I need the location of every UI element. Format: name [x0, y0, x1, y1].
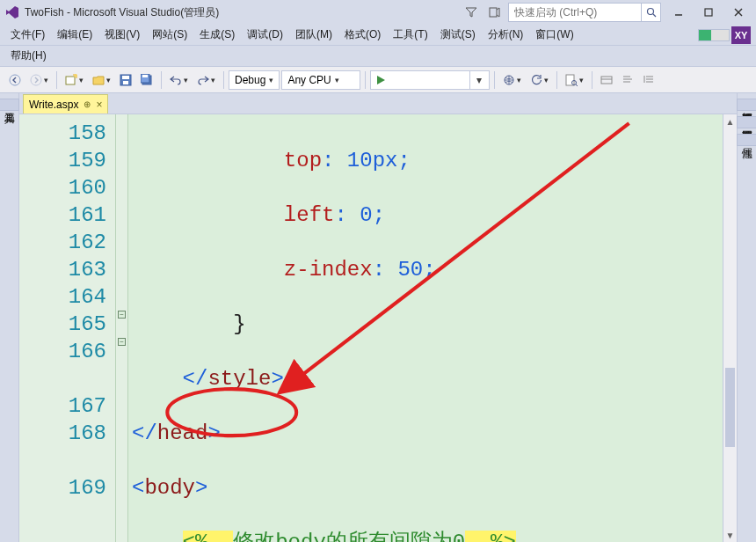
menu-test[interactable]: 测试(S) [435, 26, 481, 44]
doc-tab-label: Write.aspx [29, 99, 78, 111]
menu-tools[interactable]: 工具(T) [388, 26, 433, 44]
menu-bar: 文件(F) 编辑(E) 视图(V) 网站(S) 生成(S) 调试(D) 团队(M… [0, 25, 756, 46]
filter-icon[interactable] [462, 4, 480, 21]
comment-button[interactable] [618, 70, 637, 90]
svg-point-7 [10, 75, 20, 85]
close-icon[interactable]: × [96, 99, 102, 111]
open-button[interactable]: ▾ [89, 70, 114, 90]
toolbox-shortcut-button[interactable] [597, 70, 616, 90]
start-debug-button[interactable]: ▾ [370, 70, 490, 90]
signal-icon [698, 29, 730, 41]
redo-button[interactable]: ▾ [193, 70, 219, 90]
scroll-down-arrow-icon[interactable]: ▼ [723, 528, 737, 542]
pin-icon[interactable]: ⊕ [84, 99, 91, 109]
config-value: Debug [235, 74, 265, 86]
svg-rect-0 [490, 8, 497, 17]
fold-box-icon[interactable]: − [118, 311, 126, 319]
fold-box-icon[interactable]: − [118, 338, 126, 346]
scroll-up-arrow-icon[interactable]: ▲ [723, 114, 737, 128]
nav-forward-button[interactable]: ▾ [26, 70, 52, 90]
menu-debug[interactable]: 调试(D) [242, 26, 288, 44]
quick-launch-input[interactable] [509, 4, 641, 21]
menu-edit[interactable]: 编辑(E) [52, 26, 98, 44]
chevron-down-icon: ▾ [269, 76, 273, 84]
svg-rect-21 [601, 77, 612, 84]
svg-rect-13 [123, 81, 128, 84]
team-explorer-tab[interactable]: 团队资源管理器 [737, 116, 756, 128]
minimize-button[interactable] [666, 4, 691, 21]
toolbox-tab[interactable]: 工具箱 [0, 99, 19, 111]
new-project-button[interactable]: ▾ [62, 70, 87, 90]
menu-build[interactable]: 生成(S) [194, 26, 240, 44]
outline-margin[interactable]: − − [116, 114, 128, 542]
chevron-down-icon: ▾ [335, 76, 339, 84]
search-icon[interactable] [641, 4, 660, 21]
user-badge[interactable]: XY [731, 26, 751, 44]
svg-line-2 [653, 14, 656, 17]
quick-launch[interactable] [508, 3, 661, 22]
undo-button[interactable]: ▾ [166, 70, 192, 90]
refresh-button[interactable]: ▾ [527, 70, 552, 90]
svg-line-20 [576, 84, 578, 86]
menu-format[interactable]: 格式(O) [339, 26, 386, 44]
right-panel: 解决方案资源管理器 团队资源管理器 属性 [737, 93, 756, 542]
svg-rect-18 [566, 75, 574, 85]
platform-combo[interactable]: Any CPU ▾ [281, 70, 360, 90]
menu-analyze[interactable]: 分析(N) [483, 26, 529, 44]
menu-bar-2: 帮助(H) [0, 46, 756, 67]
doc-tab-write-aspx[interactable]: Write.aspx ⊕ × [23, 94, 108, 114]
menu-file[interactable]: 文件(F) [5, 26, 50, 44]
maximize-button[interactable] [696, 4, 721, 21]
code-surface[interactable]: top: 10px; left: 0; z-index: 50; } </sty… [128, 114, 723, 542]
svg-point-1 [647, 9, 653, 15]
svg-rect-16 [142, 75, 148, 77]
menu-window[interactable]: 窗口(W) [530, 26, 578, 44]
line-number-gutter: 158 159 160 161 162 163 164 165 166 167 … [19, 114, 116, 542]
menu-team[interactable]: 团队(M) [290, 26, 338, 44]
config-combo[interactable]: Debug ▾ [229, 70, 280, 90]
uncomment-button[interactable] [639, 70, 658, 90]
document-tabstrip: Write.aspx ⊕ × [19, 93, 737, 114]
toolbar: ▾ ▾ ▾ ▾ ▾ Debug ▾ Any CPU ▾ ▾ ▾ ▾ ▾ [0, 67, 756, 93]
vertical-scrollbar[interactable]: ▲ ▼ [723, 114, 737, 542]
svg-rect-9 [66, 77, 75, 84]
close-button[interactable] [726, 4, 751, 21]
svg-rect-12 [122, 76, 129, 79]
code-editor[interactable]: 158 159 160 161 162 163 164 165 166 167 … [19, 114, 737, 542]
nav-back-button[interactable] [5, 70, 25, 90]
play-icon [371, 70, 390, 90]
notifications-icon[interactable] [485, 4, 503, 21]
save-button[interactable] [116, 70, 135, 90]
scroll-thumb[interactable] [725, 368, 735, 447]
svg-point-8 [31, 75, 41, 85]
platform-value: Any CPU [287, 74, 331, 86]
left-panel: 工具箱 [0, 93, 19, 542]
menu-site[interactable]: 网站(S) [147, 26, 193, 44]
svg-point-10 [74, 74, 77, 77]
save-all-button[interactable] [137, 70, 156, 90]
menu-help[interactable]: 帮助(H) [5, 47, 52, 65]
chevron-down-icon[interactable]: ▾ [469, 70, 489, 90]
menu-view[interactable]: 视图(V) [99, 26, 145, 44]
vs-logo-icon [5, 5, 19, 19]
svg-rect-4 [705, 9, 712, 16]
title-bar: TwoFish - Microsoft Visual Studio(管理员) [0, 0, 756, 25]
properties-tab[interactable]: 属性 [737, 134, 756, 146]
find-in-files-button[interactable]: ▾ [562, 70, 587, 90]
browser-link-button[interactable]: ▾ [499, 70, 525, 90]
window-title: TwoFish - Microsoft Visual Studio(管理员) [25, 5, 462, 20]
solution-explorer-tab[interactable]: 解决方案资源管理器 [737, 99, 756, 111]
